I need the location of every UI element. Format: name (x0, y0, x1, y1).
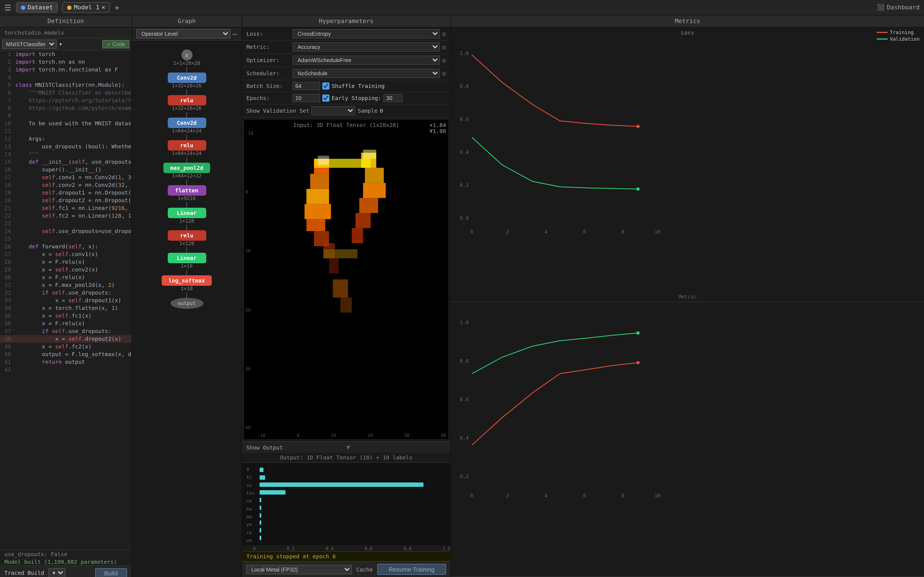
line-number-4: 4 (0, 74, 13, 81)
early-stopping-input[interactable] (384, 94, 403, 102)
line-content-41: return output (13, 358, 131, 366)
dashboard-button[interactable]: ⬛ Dashboard (877, 4, 919, 11)
conv2d-2-node[interactable]: Conv2d (168, 118, 206, 128)
line-content-5: class MNISTClassifier(nn.Module): (13, 81, 131, 89)
show-output-bar[interactable]: Show Output ▼ (242, 442, 451, 453)
graph-node-relu3: relu 1×128 (168, 230, 206, 247)
code-button[interactable]: ✓ Code (103, 40, 129, 48)
arrow-1 (186, 67, 187, 73)
optimizer-label: Optimizer: (246, 57, 291, 63)
add-tab-button[interactable]: + (115, 3, 120, 12)
conv2d-1-node[interactable]: Conv2d (168, 73, 206, 83)
code-line-11: 11 (0, 127, 131, 135)
traced-build-select[interactable]: ▾ (48, 568, 66, 577)
code-line-14: 14 """ (0, 151, 131, 158)
relu-3-node[interactable]: relu (168, 230, 206, 241)
line-content-28: x = F.relu(x) (13, 258, 131, 266)
input-tensor-label: Input: 3D Float Tensor (1x28x28) (293, 122, 399, 128)
line-number-10: 10 (0, 120, 13, 127)
metric-select[interactable]: Accuracy (292, 42, 440, 52)
model-label: Model 1 (74, 4, 100, 11)
code-line-30: 30 x = F.relu(x) (0, 274, 131, 281)
scheduler-select[interactable]: NoSchedule (292, 69, 440, 78)
show-output-label: Show Output (246, 444, 346, 450)
early-stopping-checkbox[interactable] (322, 95, 330, 102)
graph-options-icon[interactable]: ⋯ (233, 29, 237, 38)
flatten-node[interactable]: flatten (168, 185, 206, 196)
training-metric-line (472, 363, 638, 445)
svg-rect-18 (341, 298, 352, 313)
svg-text:1.0: 1.0 (460, 319, 469, 325)
line-number-12: 12 (0, 135, 13, 143)
y-axis-20: 20 (245, 308, 253, 313)
validation-metric-endpoint (636, 331, 640, 335)
line-content-37: if self.use_dropouts: (13, 327, 131, 335)
loss-select[interactable]: CrossEntropy (292, 29, 440, 39)
svg-rect-19 (318, 156, 329, 165)
training-stopped-status: Training stopped at epoch 6 (242, 551, 451, 561)
arrow-6 (186, 180, 187, 185)
dashboard-icon: ⬛ (877, 4, 885, 11)
operator-level-select[interactable]: Operator Level (136, 29, 230, 39)
input-node[interactable]: x (181, 50, 192, 60)
scheduler-gear-icon[interactable]: ⚙ (442, 69, 446, 77)
code-line-31: 31 x = F.max_pool2d(x, 2) (0, 281, 131, 289)
graph-toolbar: Operator Level ⋯ (132, 27, 241, 41)
arrow-10 (186, 270, 187, 275)
code-line-9: 9 (0, 112, 131, 120)
svg-text:0: 0 (470, 493, 473, 498)
linear-2-node[interactable]: Linear (168, 253, 206, 263)
relu-1-node[interactable]: relu (168, 95, 206, 105)
svg-rect-14 (352, 228, 363, 243)
validation-loss-endpoint (636, 187, 640, 191)
line-content-34: x = torch.flatten(x, 1) (13, 305, 131, 312)
line-number-21: 21 (0, 205, 13, 212)
optimizer-gear-icon[interactable]: ⚙ (442, 56, 446, 64)
visualization-area[interactable]: Input: 3D Float Tensor (1x28x28) ×1.84 ¥… (244, 120, 448, 439)
arrow-9 (186, 247, 187, 253)
line-content-9 (13, 112, 131, 120)
training-loss-endpoint (636, 125, 640, 128)
output-node[interactable]: output (170, 298, 203, 309)
relu-2-node[interactable]: relu (168, 140, 206, 151)
model-tab[interactable]: Model 1 × (62, 2, 110, 13)
training-legend-item: Training (877, 30, 919, 35)
conv1-shape-label: 1×32×26×26 (172, 83, 202, 89)
svg-text:2: 2 (506, 493, 509, 498)
pool-shape-label: 1×64×12×12 (172, 173, 202, 179)
menu-icon[interactable]: ☰ (5, 3, 11, 12)
y-axis-0: 0 (245, 190, 253, 195)
y-axis-min10: -10 (245, 131, 253, 136)
class-select[interactable]: MNISTClassifier (2, 40, 57, 49)
precision-select[interactable]: Local Metal (FP32) (246, 565, 352, 574)
logsoftmax-node[interactable]: log_softmax (162, 275, 212, 286)
validation-select[interactable] (312, 106, 355, 115)
y-label-na: na (246, 499, 257, 504)
loss-gear-icon[interactable]: ⚙ (442, 30, 446, 38)
validation-legend-color (877, 39, 888, 40)
close-tab-icon[interactable]: × (102, 4, 105, 11)
cache-label: Cache (356, 566, 373, 572)
batch-size-input[interactable] (292, 82, 320, 90)
code-line-1: 1import torch (0, 50, 131, 58)
graph-node-conv1: Conv2d 1×32×26×26 (168, 73, 206, 90)
metric-gear-icon[interactable]: ⚙ (442, 43, 446, 51)
show-val-label: Show Validation Set (246, 108, 309, 114)
output-section: Show Output ▼ Output: 1D Float Tensor (1… (242, 441, 451, 551)
svg-text:8: 8 (622, 493, 625, 498)
resume-training-button[interactable]: Resume Training (377, 564, 446, 575)
line-content-20: self.dropout2 = nn.Dropout(0.5) (13, 197, 131, 205)
epochs-input[interactable] (292, 94, 320, 102)
training-loss-line (472, 55, 638, 126)
linear-1-node[interactable]: Linear (168, 208, 206, 218)
svg-rect-3 (306, 189, 329, 204)
build-button[interactable]: Build (95, 568, 127, 577)
dataset-tab[interactable]: Dataset (16, 2, 58, 13)
optimizer-select[interactable]: AdamWScheduleFree (292, 55, 440, 65)
maxpool-node[interactable]: max_pool2d (164, 163, 210, 173)
code-line-35: 35 x = self.fc1(x) (0, 312, 131, 320)
svg-text:8: 8 (622, 229, 625, 235)
code-line-5: 5class MNISTClassifier(nn.Module): (0, 81, 131, 89)
shuffle-checkbox[interactable] (322, 82, 330, 90)
bar-row-wo (260, 535, 446, 541)
